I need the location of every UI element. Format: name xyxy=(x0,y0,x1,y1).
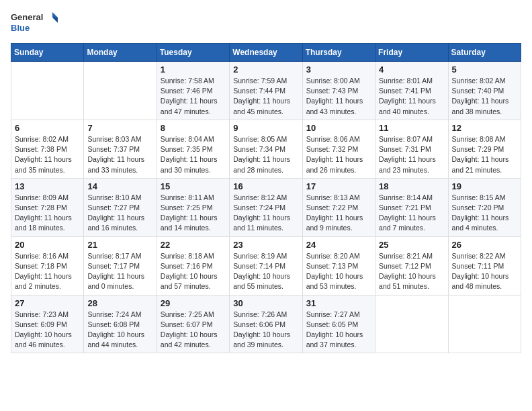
header-day-wednesday: Wednesday xyxy=(230,44,302,62)
calendar-cell xyxy=(11,62,84,120)
svg-text:General: General xyxy=(11,12,43,22)
calendar-cell: 19Sunrise: 8:15 AMSunset: 7:20 PMDayligh… xyxy=(448,178,521,236)
day-number: 21 xyxy=(87,240,152,250)
day-info: Sunrise: 8:13 AMSunset: 7:22 PMDaylight:… xyxy=(306,193,371,234)
calendar-cell: 16Sunrise: 8:12 AMSunset: 7:24 PMDayligh… xyxy=(230,178,302,236)
calendar-table: SundayMondayTuesdayWednesdayThursdayFrid… xyxy=(11,43,521,353)
day-number: 8 xyxy=(161,123,226,133)
calendar-cell: 6Sunrise: 8:02 AMSunset: 7:38 PMDaylight… xyxy=(11,120,84,178)
logo: General Blue xyxy=(11,11,58,35)
calendar-cell: 2Sunrise: 7:59 AMSunset: 7:44 PMDaylight… xyxy=(230,62,302,120)
svg-marker-3 xyxy=(52,17,58,23)
calendar-cell xyxy=(448,295,521,353)
day-info: Sunrise: 8:11 AMSunset: 7:25 PMDaylight:… xyxy=(161,193,226,234)
day-info: Sunrise: 8:09 AMSunset: 7:28 PMDaylight:… xyxy=(15,193,80,234)
header-day-monday: Monday xyxy=(84,44,157,62)
calendar-cell xyxy=(84,62,157,120)
calendar-week-row: 27Sunrise: 7:23 AMSunset: 6:09 PMDayligh… xyxy=(11,295,521,353)
calendar-cell: 29Sunrise: 7:25 AMSunset: 6:07 PMDayligh… xyxy=(157,295,229,353)
calendar-cell: 30Sunrise: 7:26 AMSunset: 6:06 PMDayligh… xyxy=(230,295,302,353)
day-number: 24 xyxy=(306,240,371,250)
day-info: Sunrise: 7:26 AMSunset: 6:06 PMDaylight:… xyxy=(233,310,298,351)
day-info: Sunrise: 8:04 AMSunset: 7:35 PMDaylight:… xyxy=(161,134,226,175)
header-day-tuesday: Tuesday xyxy=(157,44,229,62)
calendar-cell: 1Sunrise: 7:58 AMSunset: 7:46 PMDaylight… xyxy=(157,62,229,120)
day-number: 13 xyxy=(15,181,80,191)
calendar-cell: 26Sunrise: 8:22 AMSunset: 7:11 PMDayligh… xyxy=(448,236,521,295)
calendar-header-row: SundayMondayTuesdayWednesdayThursdayFrid… xyxy=(11,44,521,62)
calendar-cell: 12Sunrise: 8:08 AMSunset: 7:29 PMDayligh… xyxy=(448,120,521,178)
day-info: Sunrise: 8:14 AMSunset: 7:21 PMDaylight:… xyxy=(379,193,444,234)
header-day-thursday: Thursday xyxy=(302,44,375,62)
day-number: 20 xyxy=(15,240,80,250)
day-info: Sunrise: 7:25 AMSunset: 6:07 PMDaylight:… xyxy=(161,310,226,351)
calendar-cell: 9Sunrise: 8:05 AMSunset: 7:34 PMDaylight… xyxy=(230,120,302,178)
day-info: Sunrise: 8:20 AMSunset: 7:13 PMDaylight:… xyxy=(306,251,371,292)
svg-marker-2 xyxy=(52,12,58,17)
day-number: 18 xyxy=(379,181,444,191)
day-number: 14 xyxy=(87,181,152,191)
header-day-saturday: Saturday xyxy=(448,44,521,62)
day-info: Sunrise: 8:08 AMSunset: 7:29 PMDaylight:… xyxy=(452,134,517,175)
day-number: 5 xyxy=(452,64,517,75)
day-info: Sunrise: 7:58 AMSunset: 7:46 PMDaylight:… xyxy=(161,76,226,117)
page-header: General Blue xyxy=(11,11,521,35)
day-info: Sunrise: 8:01 AMSunset: 7:41 PMDaylight:… xyxy=(379,76,444,117)
day-info: Sunrise: 7:27 AMSunset: 6:05 PMDaylight:… xyxy=(306,310,371,351)
day-info: Sunrise: 8:02 AMSunset: 7:38 PMDaylight:… xyxy=(15,134,80,175)
day-info: Sunrise: 8:21 AMSunset: 7:12 PMDaylight:… xyxy=(379,251,444,292)
calendar-cell: 25Sunrise: 8:21 AMSunset: 7:12 PMDayligh… xyxy=(375,236,448,295)
day-info: Sunrise: 7:59 AMSunset: 7:44 PMDaylight:… xyxy=(233,76,298,117)
svg-text:Blue: Blue xyxy=(11,23,30,33)
calendar-cell: 17Sunrise: 8:13 AMSunset: 7:22 PMDayligh… xyxy=(302,178,375,236)
calendar-cell: 27Sunrise: 7:23 AMSunset: 6:09 PMDayligh… xyxy=(11,295,84,353)
calendar-cell: 13Sunrise: 8:09 AMSunset: 7:28 PMDayligh… xyxy=(11,178,84,236)
day-info: Sunrise: 7:24 AMSunset: 6:08 PMDaylight:… xyxy=(87,310,152,351)
day-info: Sunrise: 8:12 AMSunset: 7:24 PMDaylight:… xyxy=(233,193,298,234)
calendar-cell: 31Sunrise: 7:27 AMSunset: 6:05 PMDayligh… xyxy=(302,295,375,353)
day-info: Sunrise: 8:10 AMSunset: 7:27 PMDaylight:… xyxy=(87,193,152,234)
calendar-cell: 7Sunrise: 8:03 AMSunset: 7:37 PMDaylight… xyxy=(84,120,157,178)
day-info: Sunrise: 8:16 AMSunset: 7:18 PMDaylight:… xyxy=(15,251,80,292)
calendar-cell: 10Sunrise: 8:06 AMSunset: 7:32 PMDayligh… xyxy=(302,120,375,178)
day-number: 15 xyxy=(161,181,226,191)
calendar-cell: 20Sunrise: 8:16 AMSunset: 7:18 PMDayligh… xyxy=(11,236,84,295)
calendar-cell: 15Sunrise: 8:11 AMSunset: 7:25 PMDayligh… xyxy=(157,178,229,236)
day-number: 12 xyxy=(452,123,517,133)
day-number: 6 xyxy=(15,123,80,133)
day-number: 10 xyxy=(306,123,371,133)
calendar-cell xyxy=(375,295,448,353)
calendar-cell: 24Sunrise: 8:20 AMSunset: 7:13 PMDayligh… xyxy=(302,236,375,295)
day-number: 26 xyxy=(452,240,517,250)
calendar-cell: 11Sunrise: 8:07 AMSunset: 7:31 PMDayligh… xyxy=(375,120,448,178)
day-info: Sunrise: 8:07 AMSunset: 7:31 PMDaylight:… xyxy=(379,134,444,175)
day-info: Sunrise: 8:15 AMSunset: 7:20 PMDaylight:… xyxy=(452,193,517,234)
day-number: 25 xyxy=(379,240,444,250)
calendar-body: 1Sunrise: 7:58 AMSunset: 7:46 PMDaylight… xyxy=(11,62,521,353)
calendar-cell: 18Sunrise: 8:14 AMSunset: 7:21 PMDayligh… xyxy=(375,178,448,236)
day-info: Sunrise: 8:02 AMSunset: 7:40 PMDaylight:… xyxy=(452,76,517,117)
day-number: 22 xyxy=(161,240,226,250)
day-number: 17 xyxy=(306,181,371,191)
day-info: Sunrise: 8:06 AMSunset: 7:32 PMDaylight:… xyxy=(306,134,371,175)
day-info: Sunrise: 8:19 AMSunset: 7:14 PMDaylight:… xyxy=(233,251,298,292)
calendar-week-row: 1Sunrise: 7:58 AMSunset: 7:46 PMDaylight… xyxy=(11,62,521,120)
day-info: Sunrise: 8:05 AMSunset: 7:34 PMDaylight:… xyxy=(233,134,298,175)
day-number: 1 xyxy=(161,64,226,75)
calendar-cell: 22Sunrise: 8:18 AMSunset: 7:16 PMDayligh… xyxy=(157,236,229,295)
day-number: 9 xyxy=(233,123,298,133)
header-day-sunday: Sunday xyxy=(11,44,84,62)
day-number: 4 xyxy=(379,64,444,75)
calendar-week-row: 13Sunrise: 8:09 AMSunset: 7:28 PMDayligh… xyxy=(11,178,521,236)
calendar-cell: 3Sunrise: 8:00 AMSunset: 7:43 PMDaylight… xyxy=(302,62,375,120)
day-info: Sunrise: 8:00 AMSunset: 7:43 PMDaylight:… xyxy=(306,76,371,117)
day-number: 31 xyxy=(306,298,371,308)
day-number: 29 xyxy=(161,298,226,308)
calendar-week-row: 20Sunrise: 8:16 AMSunset: 7:18 PMDayligh… xyxy=(11,236,521,295)
day-info: Sunrise: 8:22 AMSunset: 7:11 PMDaylight:… xyxy=(452,251,517,292)
day-number: 28 xyxy=(87,298,152,308)
day-number: 3 xyxy=(306,64,371,75)
day-number: 16 xyxy=(233,181,298,191)
calendar-cell: 23Sunrise: 8:19 AMSunset: 7:14 PMDayligh… xyxy=(230,236,302,295)
header-day-friday: Friday xyxy=(375,44,448,62)
